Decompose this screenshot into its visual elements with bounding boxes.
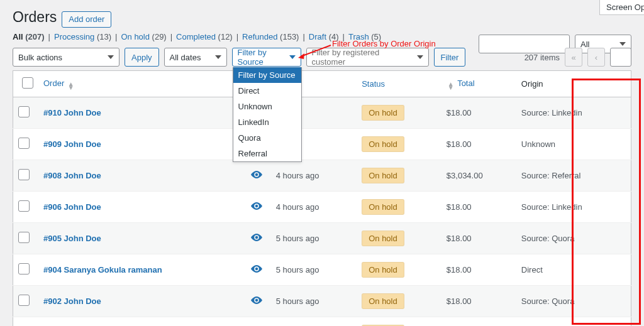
status-filter-count: (5) xyxy=(371,32,381,41)
current-page-input[interactable] xyxy=(610,48,631,67)
table-row: #902 John Doe5 hours agoOn hold$18.00Sou… xyxy=(13,286,631,317)
preview-eye-icon[interactable] xyxy=(251,296,262,305)
column-header-status[interactable]: Status xyxy=(357,71,441,97)
add-order-button[interactable]: Add order xyxy=(62,11,111,28)
all-dates-label: All dates xyxy=(170,53,201,62)
row-checkbox[interactable] xyxy=(18,138,30,149)
bulk-actions-select[interactable]: Bulk actions xyxy=(13,48,119,67)
prev-page-button[interactable]: ‹ xyxy=(587,48,605,67)
sort-icon: ▲▼ xyxy=(68,82,74,90)
bulk-actions-label: Bulk actions xyxy=(18,53,62,62)
filter-source-option[interactable]: LinkedIn xyxy=(233,114,301,130)
status-filter-completed[interactable]: Completed (12) xyxy=(176,32,233,41)
status-filter-trash[interactable]: Trash (5) xyxy=(348,32,381,41)
status-filter-count: (12) xyxy=(218,32,233,41)
row-checkbox[interactable] xyxy=(18,295,30,306)
filter-source-option[interactable]: Filter by Source xyxy=(233,67,301,83)
preview-eye-icon[interactable] xyxy=(251,233,262,242)
order-link[interactable]: #909 John Doe xyxy=(43,139,101,149)
table-row: #905 John Doe5 hours agoOn hold$18.00Sou… xyxy=(13,223,631,254)
order-total: $18.00 xyxy=(441,97,516,129)
order-link[interactable]: #902 John Doe xyxy=(43,296,101,306)
order-total: $18.00 xyxy=(441,129,516,160)
status-filter-refunded[interactable]: Refunded (153) xyxy=(242,32,299,41)
status-badge: On hold xyxy=(362,105,404,121)
all-dates-select[interactable]: All dates xyxy=(164,48,227,67)
status-filter-processing[interactable]: Processing (13) xyxy=(54,32,111,41)
filter-source-option[interactable]: Referral xyxy=(233,146,301,161)
first-page-button[interactable]: « xyxy=(565,48,582,67)
chevron-down-icon xyxy=(289,53,296,62)
filter-by-customer-placeholder: Filter by registered customer xyxy=(312,48,413,67)
row-checkbox[interactable] xyxy=(18,263,30,274)
status-filter-count: (13) xyxy=(97,32,111,41)
table-row: #904 Saranya Gokula ramanan5 hours agoOn… xyxy=(13,254,631,286)
filter-button-label: Filter xyxy=(441,53,459,62)
order-date: 5 hours ago xyxy=(271,254,357,286)
apply-label: Apply xyxy=(131,53,152,62)
screen-options-label: Screen Options xyxy=(606,3,644,12)
preview-eye-icon[interactable] xyxy=(251,170,262,179)
order-link[interactable]: #910 John Doe xyxy=(43,108,101,117)
order-total: $18.00 xyxy=(441,223,516,254)
column-header-order[interactable]: Order ▲▼ xyxy=(38,71,246,97)
filter-by-source-select[interactable]: Filter by Source Filter by SourceDirectU… xyxy=(232,48,301,67)
order-origin: Source: Referral xyxy=(516,160,631,192)
status-filter-all: All (207) xyxy=(13,32,45,41)
status-filter-count: (153) xyxy=(280,32,299,41)
table-row: #910 John Doe3On hold$18.00Source: Linke… xyxy=(13,97,631,129)
filter-source-option[interactable]: Quora xyxy=(233,130,301,146)
column-header-total[interactable]: ▲▼ Total xyxy=(441,71,516,97)
filter-by-customer-select[interactable]: Filter by registered customer xyxy=(306,48,429,67)
order-total: $18.00 xyxy=(441,317,516,327)
order-link[interactable]: #905 John Doe xyxy=(43,234,101,243)
status-badge: On hold xyxy=(362,262,404,278)
order-date: 5 hours ago xyxy=(271,286,357,317)
order-total: $3,034.00 xyxy=(441,160,516,192)
status-badge: On hold xyxy=(362,168,404,183)
order-date: 5 hours ago xyxy=(271,223,357,254)
table-row: #908 John Doe4 hours agoOn hold$3,034.00… xyxy=(13,160,631,192)
order-date: 4 hours ago xyxy=(271,192,357,223)
order-link[interactable]: #908 John Doe xyxy=(43,171,101,180)
row-checkbox[interactable] xyxy=(18,106,30,117)
table-row: #909 John Doe5On hold$18.00Unknown xyxy=(13,129,631,160)
status-filter-draft[interactable]: Draft (4) xyxy=(309,32,339,41)
status-filter-count: (4) xyxy=(329,32,339,41)
orders-table: Order ▲▼ Date Status ▲▼ Total Origin #91… xyxy=(13,70,631,326)
page-title: Orders xyxy=(13,9,57,26)
order-origin: Direct xyxy=(516,254,631,286)
order-link[interactable]: #904 Saranya Gokula ramanan xyxy=(43,265,162,274)
order-total: $18.00 xyxy=(441,192,516,223)
order-date: 6 hours ago xyxy=(271,317,357,327)
chevron-down-icon xyxy=(215,53,221,62)
order-origin: Source: Quora xyxy=(516,286,631,317)
status-filter-count: (207) xyxy=(25,32,44,41)
filter-source-option[interactable]: Direct xyxy=(233,83,301,99)
status-filter-count: (29) xyxy=(152,32,167,41)
chevron-down-icon xyxy=(108,53,114,62)
sort-icon: ▲▼ xyxy=(448,82,454,90)
order-total: $18.00 xyxy=(441,286,516,317)
row-checkbox[interactable] xyxy=(18,200,30,212)
preview-eye-icon[interactable] xyxy=(251,202,262,210)
table-row: #906 John Doe4 hours agoOn hold$18.00Sou… xyxy=(13,192,631,223)
status-badge: On hold xyxy=(362,293,404,309)
status-filter-on-hold[interactable]: On hold (29) xyxy=(121,32,166,41)
displaying-num: 207 items xyxy=(525,53,560,62)
order-origin: Source: Linkedin xyxy=(516,192,631,223)
apply-button[interactable]: Apply xyxy=(125,48,159,67)
preview-eye-icon[interactable] xyxy=(251,264,262,273)
filter-button[interactable]: Filter xyxy=(434,48,466,67)
order-link[interactable]: #906 John Doe xyxy=(43,202,101,212)
row-checkbox[interactable] xyxy=(18,169,30,180)
screen-options-tab[interactable]: Screen Options xyxy=(599,0,644,15)
select-all-checkbox[interactable] xyxy=(22,77,33,89)
row-checkbox[interactable] xyxy=(18,232,30,243)
order-total: $18.00 xyxy=(441,254,516,286)
table-row: #901 John Doe6 hours agoOn hold$18.00Sou… xyxy=(13,317,631,327)
filter-source-option[interactable]: Unknown xyxy=(233,99,301,114)
order-origin: Source: Linkedin xyxy=(516,317,631,327)
filter-by-source-label: Filter by Source xyxy=(238,48,286,67)
add-order-label: Add order xyxy=(69,14,104,24)
